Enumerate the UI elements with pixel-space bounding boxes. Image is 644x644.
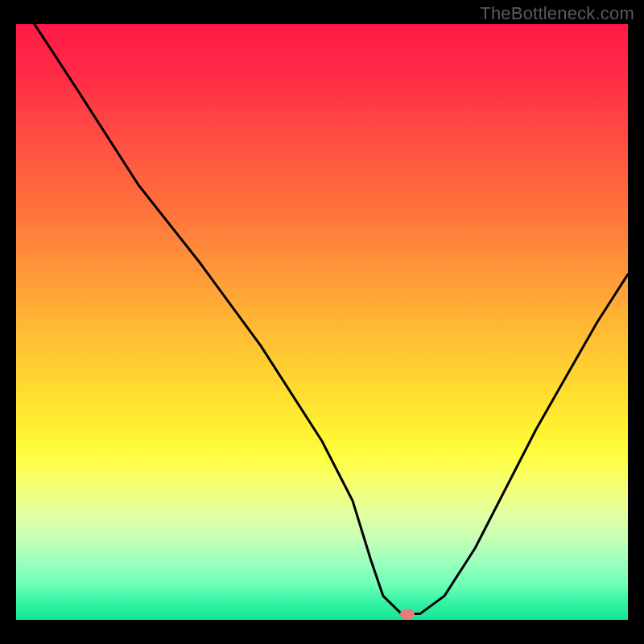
bottleneck-curve-line	[35, 24, 628, 614]
curve-svg	[16, 24, 628, 620]
optimal-point-marker	[400, 609, 415, 619]
plot-area	[16, 24, 628, 620]
chart-frame: TheBottleneck.com	[0, 0, 644, 644]
watermark-text: TheBottleneck.com	[480, 3, 634, 24]
